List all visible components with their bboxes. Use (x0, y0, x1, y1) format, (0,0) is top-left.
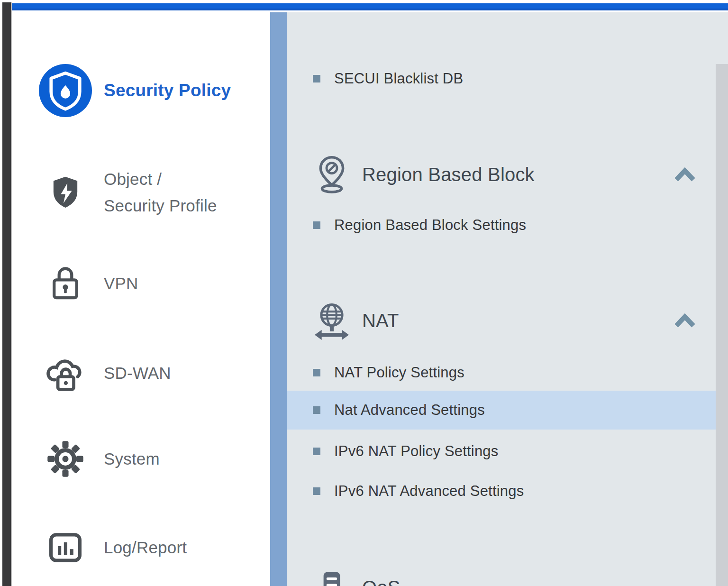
chevron-up-icon[interactable] (671, 162, 699, 188)
chevron-up-icon[interactable] (671, 308, 699, 334)
square-bullet (313, 487, 320, 495)
bar-chart-icon (36, 529, 94, 567)
sidebar-panel-divider (270, 12, 287, 586)
sidebar-item-label: Security Policy (104, 81, 231, 101)
cloud-lock-icon (36, 354, 94, 393)
square-bullet (313, 221, 320, 229)
window-left-edge (2, 2, 12, 586)
globe-arrows-icon (308, 300, 355, 341)
label-line-1: Object / (104, 166, 217, 192)
sidebar-item-sd-wan[interactable]: SD-WAN (36, 328, 266, 418)
map-pin-block-icon (308, 155, 355, 194)
submenu-item-label: IPv6 NAT Policy Settings (334, 443, 499, 460)
submenu-section-title: NAT (362, 310, 399, 331)
submenu-panel: SECUI Blacklist DB Region Based Block Re… (287, 12, 728, 586)
submenu-item-secui-blacklist-db[interactable]: SECUI Blacklist DB (287, 62, 716, 95)
main-sidebar: Security Policy Object / Security Profil… (12, 12, 270, 586)
sidebar-item-system[interactable]: System (36, 414, 266, 504)
top-accent-bar (12, 3, 728, 10)
label-line-2: Security Profile (104, 192, 217, 219)
sidebar-item-label: SD-WAN (104, 364, 171, 383)
submenu-section-qos[interactable]: QoS (287, 566, 716, 586)
submenu-item-label: IPv6 NAT Advanced Settings (334, 483, 524, 500)
gear-icon (36, 440, 94, 478)
submenu-item-label: Nat Advanced Settings (334, 402, 485, 419)
submenu-item-ipv6-nat-policy-settings[interactable]: IPv6 NAT Policy Settings (287, 435, 716, 468)
submenu-item-label: NAT Policy Settings (334, 364, 464, 381)
square-bullet (313, 369, 320, 376)
panel-scrollbar[interactable] (716, 64, 728, 586)
sidebar-item-label: Log/Report (104, 538, 187, 557)
sidebar-item-label: Object / Security Profile (104, 166, 217, 219)
submenu-item-label: Region Based Block Settings (334, 217, 526, 234)
shield-badge-icon (36, 64, 94, 117)
sidebar-item-label: VPN (104, 274, 138, 293)
submenu-section-title: Region Based Block (362, 164, 535, 185)
sidebar-item-object-security-profile[interactable]: Object / Security Profile (36, 147, 266, 238)
submenu-item-nat-policy-settings[interactable]: NAT Policy Settings (287, 356, 716, 389)
submenu-section-title: QoS (362, 577, 400, 586)
square-bullet (313, 448, 320, 455)
submenu-item-nat-advanced-settings[interactable]: Nat Advanced Settings (287, 391, 716, 430)
sidebar-item-security-policy[interactable]: Security Policy (36, 62, 266, 119)
app-window: Security Policy Object / Security Profil… (0, 0, 728, 586)
sidebar-item-vpn[interactable]: VPN (36, 238, 266, 329)
submenu-section-nat[interactable]: NAT (287, 299, 716, 342)
sidebar-item-label: System (104, 449, 160, 468)
square-bullet (313, 75, 320, 82)
sidebar-item-log-report[interactable]: Log/Report (36, 503, 266, 586)
square-bullet (313, 406, 320, 414)
padlock-icon (36, 265, 94, 302)
submenu-section-region-based-block[interactable]: Region Based Block (287, 153, 716, 196)
submenu-item-ipv6-nat-advanced-settings[interactable]: IPv6 NAT Advanced Settings (287, 475, 716, 508)
half-shield-icon (36, 174, 94, 211)
submenu-item-region-based-block-settings[interactable]: Region Based Block Settings (287, 209, 716, 242)
database-icon (308, 570, 355, 586)
submenu-item-label: SECUI Blacklist DB (334, 70, 463, 87)
